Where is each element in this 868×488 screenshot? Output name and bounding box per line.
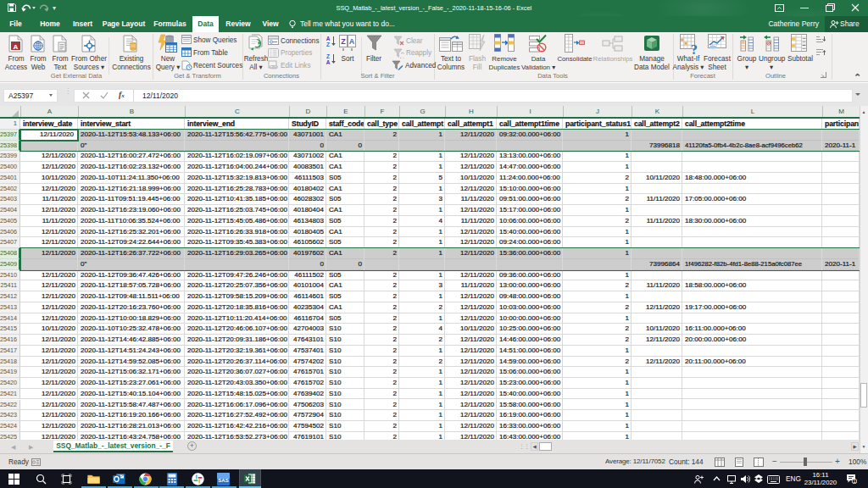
svg-text:A: A [349, 37, 355, 46]
svg-text:A: A [326, 59, 331, 65]
svg-text:A: A [14, 43, 19, 51]
svg-text:Z: Z [326, 42, 330, 47]
svg-text:SAS: SAS [218, 478, 228, 483]
svg-text:?: ? [691, 42, 698, 55]
svg-text:1: 1 [853, 479, 855, 484]
svg-text:Z: Z [341, 37, 346, 46]
